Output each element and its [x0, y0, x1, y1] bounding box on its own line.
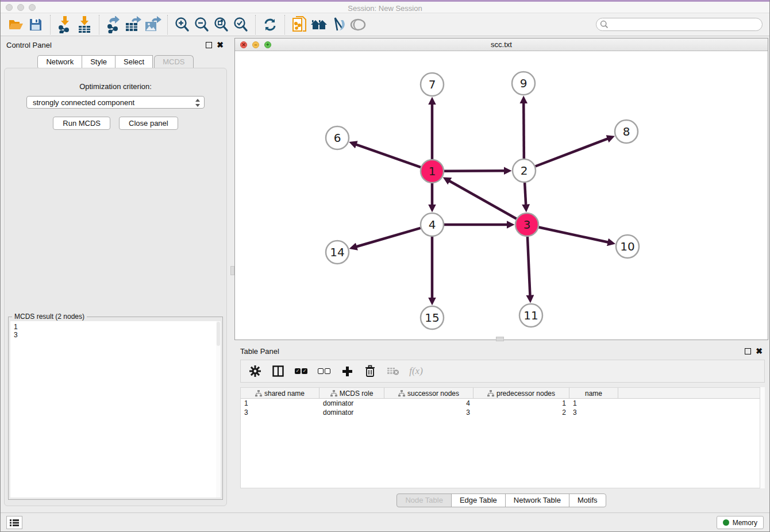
column-header-MCDS-role[interactable]: MCDS role: [319, 388, 384, 399]
mcds-result-title: MCDS result (2 nodes): [12, 313, 87, 321]
zoom-out-icon[interactable]: [192, 16, 211, 34]
graph-edge-4-14[interactable]: [356, 228, 421, 247]
function-builder-icon[interactable]: f(x): [409, 364, 424, 379]
tab-select[interactable]: Select: [115, 55, 153, 69]
mcds-tab-panel: Optimization criterion: strongly connect…: [4, 68, 227, 506]
unselect-all-columns-icon[interactable]: [317, 364, 332, 379]
table-panel: Table Panel ✖ ✓✓ f(x): [234, 342, 768, 510]
graph-node-label-3: 3: [523, 218, 531, 232]
toolbar-separator: [284, 15, 285, 34]
column-label: predecessor nodes: [496, 390, 555, 398]
select-all-columns-icon[interactable]: ✓✓: [294, 364, 309, 379]
vizmapper-icon[interactable]: [329, 16, 348, 34]
close-panel-icon[interactable]: ✖: [217, 40, 224, 49]
graph-edge-2-8[interactable]: [536, 138, 609, 166]
export-image-icon[interactable]: [143, 16, 163, 34]
tab-network-table[interactable]: Network Table: [505, 494, 569, 507]
home-icon[interactable]: [309, 16, 329, 34]
float-panel-icon[interactable]: [206, 42, 212, 48]
close-panel-button[interactable]: Close panel: [119, 117, 178, 130]
column-header-shared-name[interactable]: shared name: [241, 388, 319, 399]
column-header-successor-nodes[interactable]: successor nodes: [384, 388, 473, 399]
delete-table-icon[interactable]: [386, 364, 401, 379]
window-title: Session: New Session: [1, 3, 769, 14]
table-panel-title: Table Panel: [240, 347, 279, 356]
network-window-titlebar: ✕ − + scc.txt: [235, 38, 768, 51]
graph-node-label-15: 15: [425, 311, 439, 325]
list-icon: [10, 519, 19, 527]
network-document-icon[interactable]: [290, 16, 309, 34]
table-cell: 4: [384, 399, 473, 407]
table-panel-tabs: Node TableEdge TableNetwork TableMotifs: [234, 494, 768, 507]
show-column-panel-icon[interactable]: [271, 364, 286, 379]
memory-status-icon: [723, 519, 729, 526]
graph-edge-2-9[interactable]: [523, 103, 524, 159]
graph-edge-3-10[interactable]: [539, 227, 609, 242]
open-file-icon[interactable]: [6, 16, 26, 34]
table-cell: 3: [569, 408, 618, 417]
table-cell: 1: [569, 399, 618, 407]
zoom-in-icon[interactable]: [172, 16, 192, 34]
create-column-icon[interactable]: [340, 364, 355, 379]
zoom-fit-icon[interactable]: [211, 16, 231, 34]
search-input[interactable]: [609, 21, 762, 29]
table-cell: 2: [473, 408, 569, 417]
toolbar-separator: [50, 15, 51, 34]
export-network-icon[interactable]: [104, 16, 124, 34]
mcds-result-group: MCDS result (2 nodes) 1 3: [8, 317, 223, 500]
column-header-predecessor-nodes[interactable]: predecessor nodes: [473, 388, 569, 399]
column-label: shared name: [264, 390, 305, 398]
column-label: name: [585, 390, 602, 398]
eye-icon[interactable]: [348, 16, 368, 34]
network-graph[interactable]: 1234678910111415: [235, 51, 768, 340]
table-row[interactable]: 3dominator323: [241, 408, 760, 417]
graph-node-label-8: 8: [623, 125, 630, 138]
zoom-selected-icon[interactable]: [231, 16, 251, 34]
delete-column-icon[interactable]: [363, 364, 378, 379]
table-row[interactable]: 1dominator411: [241, 399, 760, 408]
close-panel-icon[interactable]: ✖: [756, 346, 763, 356]
node-table: shared nameMCDS rolesuccessor nodesprede…: [240, 387, 760, 488]
tab-node-table[interactable]: Node Table: [396, 494, 452, 507]
table-settings-gear-icon[interactable]: [248, 364, 263, 379]
tab-motifs[interactable]: Motifs: [569, 494, 606, 507]
window-titlebar: Session: New Session: [1, 2, 769, 13]
table-cell: 3: [384, 408, 473, 417]
memory-button[interactable]: Memory: [717, 516, 764, 529]
graph-node-label-11: 11: [523, 309, 538, 322]
mcds-result-scrollbar[interactable]: [216, 321, 221, 498]
graph-edge-3-1[interactable]: [449, 181, 517, 219]
save-session-icon[interactable]: [26, 16, 45, 34]
graph-edge-2-3[interactable]: [525, 183, 526, 205]
float-panel-icon[interactable]: [745, 348, 751, 354]
tab-style[interactable]: Style: [82, 55, 116, 69]
search-icon: [600, 20, 609, 29]
divider-grip[interactable]: [230, 266, 234, 275]
refresh-icon[interactable]: [260, 16, 280, 34]
graph-edge-1-6[interactable]: [356, 144, 421, 167]
network-view-window: ✕ − + scc.txt 1234678910111415: [234, 38, 768, 340]
memory-button-label: Memory: [733, 519, 757, 527]
tab-edge-table[interactable]: Edge Table: [451, 494, 506, 507]
import-network-icon[interactable]: [55, 16, 75, 34]
graph-edge-3-11[interactable]: [528, 237, 530, 296]
tab-mcds[interactable]: MCDS: [154, 55, 193, 69]
divider-grip[interactable]: [496, 337, 504, 341]
run-mcds-button[interactable]: Run MCDS: [53, 117, 110, 130]
control-panel-header: Control Panel ✖: [1, 36, 230, 53]
vertical-split-divider[interactable]: [230, 36, 234, 513]
export-table-icon[interactable]: [124, 16, 143, 34]
graph-edge-1-2[interactable]: [444, 171, 505, 171]
toolbar-separator: [167, 15, 168, 34]
tab-network[interactable]: Network: [37, 55, 82, 69]
status-bar: Memory: [1, 512, 769, 531]
task-history-button[interactable]: [6, 516, 22, 529]
column-header-name[interactable]: name: [569, 388, 618, 399]
graph-node-label-2: 2: [521, 164, 528, 178]
toolbar-separator: [255, 15, 256, 34]
mcds-result-text[interactable]: 1 3: [10, 321, 221, 498]
network-window-title: scc.txt: [235, 38, 768, 51]
table-scrollbar[interactable]: [760, 387, 765, 488]
criterion-select[interactable]: strongly connected component: [26, 96, 205, 109]
import-table-icon[interactable]: [75, 16, 94, 34]
